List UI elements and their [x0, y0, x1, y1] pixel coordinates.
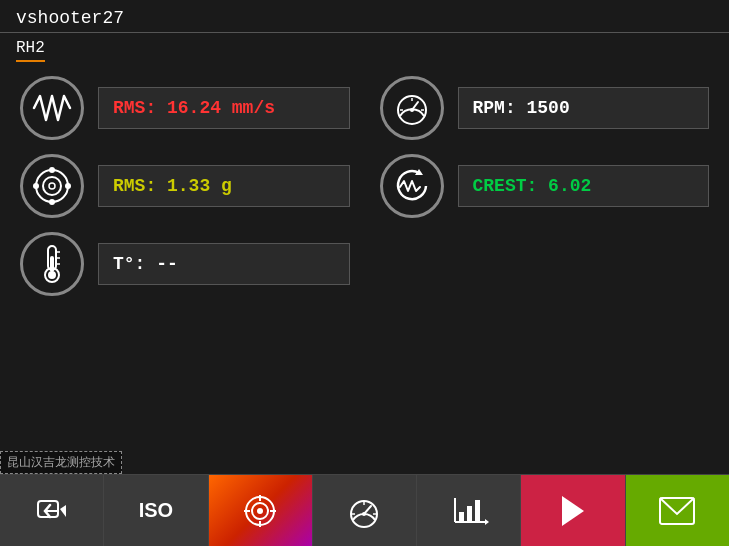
crest-icon	[380, 154, 444, 218]
section-title: RH2	[16, 39, 45, 57]
temperature-row: T°: --	[20, 232, 350, 296]
bearing-icon	[20, 154, 84, 218]
crest-row: CREST: 6.02	[380, 154, 710, 218]
svg-rect-40	[475, 500, 480, 522]
target-button[interactable]	[209, 475, 313, 546]
svg-marker-41	[485, 519, 489, 525]
temperature-text: T°: --	[113, 254, 178, 274]
rms-accel-text: RMS: 1.33 g	[113, 176, 232, 196]
svg-point-8	[49, 167, 55, 173]
iso-button[interactable]: ISO	[104, 475, 208, 546]
rpm-text: RPM: 1500	[473, 98, 570, 118]
speedometer-icon	[380, 76, 444, 140]
svg-rect-16	[50, 256, 54, 272]
svg-point-17	[48, 271, 56, 279]
svg-rect-39	[467, 506, 472, 522]
rpm-row: RPM: 1500	[380, 76, 710, 140]
rms-velocity-value: RMS: 16.24 mm/s	[98, 87, 350, 129]
crest-text: CREST: 6.02	[473, 176, 592, 196]
back-button[interactable]	[0, 475, 104, 546]
play-button[interactable]	[521, 475, 625, 546]
waveform-icon	[20, 76, 84, 140]
gauge-button[interactable]	[313, 475, 417, 546]
rms-velocity-row: RMS: 16.24 mm/s	[20, 76, 350, 140]
svg-point-6	[36, 170, 68, 202]
svg-point-12	[49, 183, 55, 189]
svg-point-35	[362, 512, 366, 516]
save-button[interactable]	[626, 475, 729, 546]
temperature-value: T°: --	[98, 243, 350, 285]
rpm-value: RPM: 1500	[458, 87, 710, 129]
crest-value: CREST: 6.02	[458, 165, 710, 207]
watermark: 昆山汉吉龙测控技术	[0, 451, 122, 474]
rms-accel-row: RMS: 1.33 g	[20, 154, 350, 218]
svg-marker-42	[562, 496, 584, 526]
svg-point-5	[410, 108, 414, 112]
svg-point-25	[257, 508, 263, 514]
rms-velocity-text: RMS: 16.24 mm/s	[113, 98, 275, 118]
svg-point-9	[49, 199, 55, 205]
header: vshooter27	[0, 0, 729, 33]
svg-point-7	[43, 177, 61, 195]
chart-button[interactable]	[417, 475, 521, 546]
rms-accel-value: RMS: 1.33 g	[98, 165, 350, 207]
thermometer-icon	[20, 232, 84, 296]
svg-point-10	[33, 183, 39, 189]
app-title: vshooter27	[16, 8, 124, 28]
svg-rect-38	[459, 512, 464, 522]
metrics-grid: RMS: 16.24 mm/s RPM: 1500	[0, 66, 729, 306]
svg-point-11	[65, 183, 71, 189]
toolbar: ISO	[0, 474, 729, 546]
